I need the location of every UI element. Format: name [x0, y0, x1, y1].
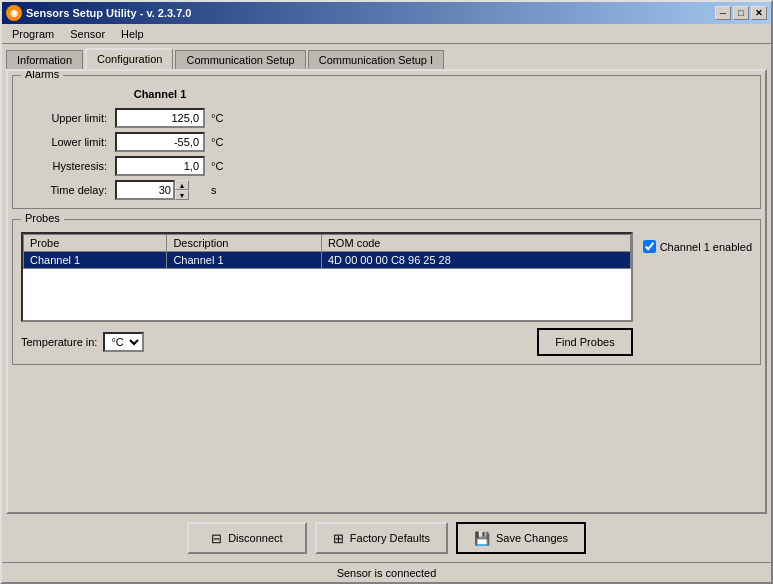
time-delay-unit: s: [209, 184, 239, 196]
time-delay-label: Time delay:: [21, 184, 111, 196]
tab-bar: Information Configuration Communication …: [2, 44, 771, 69]
col-probe: Probe: [24, 235, 167, 252]
alarms-group: Alarms Channel 1 Upper limit: °C Lower l…: [12, 75, 761, 209]
table-row[interactable]: Channel 1 Channel 1 4D 00 00 00 C8 96 25…: [24, 252, 631, 269]
upper-limit-input[interactable]: [115, 108, 205, 128]
lower-limit-unit: °C: [209, 136, 239, 148]
time-delay-input[interactable]: [115, 180, 175, 200]
temp-left: Temperature in: °C °F: [21, 332, 144, 352]
find-probes-button[interactable]: Find Probes: [537, 328, 632, 356]
upper-limit-label: Upper limit:: [21, 112, 111, 124]
lower-limit-input[interactable]: [115, 132, 205, 152]
spinner-up-button[interactable]: ▲: [175, 180, 189, 190]
hysteresis-label: Hysteresis:: [21, 160, 111, 172]
disconnect-icon: ⊟: [211, 531, 222, 546]
disconnect-button[interactable]: ⊟ Disconnect: [187, 522, 307, 554]
menu-bar: Program Sensor Help: [2, 24, 771, 44]
probes-area: Probe Description ROM code Channel 1 Cha…: [21, 232, 752, 356]
hysteresis-input[interactable]: [115, 156, 205, 176]
app-icon: ◉: [6, 5, 22, 21]
factory-defaults-button[interactable]: ⊞ Factory Defaults: [315, 522, 448, 554]
probe-rom: 4D 00 00 00 C8 96 25 28: [321, 252, 630, 269]
spinner-buttons: ▲ ▼: [175, 180, 189, 200]
tab-configuration[interactable]: Configuration: [85, 48, 173, 69]
title-bar: ◉ Sensors Setup Utility - v. 2.3.7.0 ─ □…: [2, 2, 771, 24]
spinner-down-button[interactable]: ▼: [175, 190, 189, 200]
menu-sensor[interactable]: Sensor: [62, 26, 113, 42]
menu-program[interactable]: Program: [4, 26, 62, 42]
temperature-select[interactable]: °C °F: [103, 332, 144, 352]
title-bar-left: ◉ Sensors Setup Utility - v. 2.3.7.0: [6, 5, 191, 21]
time-delay-spinner: ▲ ▼: [115, 180, 205, 200]
probes-table: Probe Description ROM code Channel 1 Cha…: [23, 234, 631, 269]
title-bar-buttons: ─ □ ✕: [715, 6, 767, 20]
probe-description: Channel 1: [167, 252, 321, 269]
col-description: Description: [167, 235, 321, 252]
bottom-bar: ⊟ Disconnect ⊞ Factory Defaults 💾 Save C…: [2, 514, 771, 562]
save-changes-button[interactable]: 💾 Save Changes: [456, 522, 586, 554]
tab-information[interactable]: Information: [6, 50, 83, 69]
alarms-title: Alarms: [21, 69, 63, 80]
window-title: Sensors Setup Utility - v. 2.3.7.0: [26, 7, 191, 19]
channel-header: Channel 1: [115, 88, 205, 100]
probes-left: Probe Description ROM code Channel 1 Cha…: [21, 232, 633, 356]
tab-communication-setup-i[interactable]: Communication Setup I: [308, 50, 444, 69]
hysteresis-unit: °C: [209, 160, 239, 172]
factory-defaults-icon: ⊞: [333, 531, 344, 546]
channel-enabled-checkbox[interactable]: [643, 240, 656, 253]
temp-label: Temperature in:: [21, 336, 97, 348]
status-text: Sensor is connected: [337, 567, 437, 579]
save-changes-icon: 💾: [474, 531, 490, 546]
close-button[interactable]: ✕: [751, 6, 767, 20]
upper-limit-unit: °C: [209, 112, 239, 124]
minimize-button[interactable]: ─: [715, 6, 731, 20]
probe-name: Channel 1: [24, 252, 167, 269]
col-rom: ROM code: [321, 235, 630, 252]
temp-row: Temperature in: °C °F Find Probes: [21, 328, 633, 356]
channel-enabled-label[interactable]: Channel 1 enabled: [643, 240, 752, 253]
probes-table-container: Probe Description ROM code Channel 1 Cha…: [21, 232, 633, 322]
probes-right: Channel 1 enabled: [643, 232, 752, 253]
status-bar: Sensor is connected: [2, 562, 771, 582]
probes-group: Probes Probe Description ROM code: [12, 219, 761, 365]
menu-help[interactable]: Help: [113, 26, 152, 42]
tab-communication-setup[interactable]: Communication Setup: [175, 50, 305, 69]
probes-title: Probes: [21, 212, 64, 224]
main-content: Alarms Channel 1 Upper limit: °C Lower l…: [6, 69, 767, 514]
restore-button[interactable]: □: [733, 6, 749, 20]
lower-limit-label: Lower limit:: [21, 136, 111, 148]
main-window: ◉ Sensors Setup Utility - v. 2.3.7.0 ─ □…: [0, 0, 773, 584]
